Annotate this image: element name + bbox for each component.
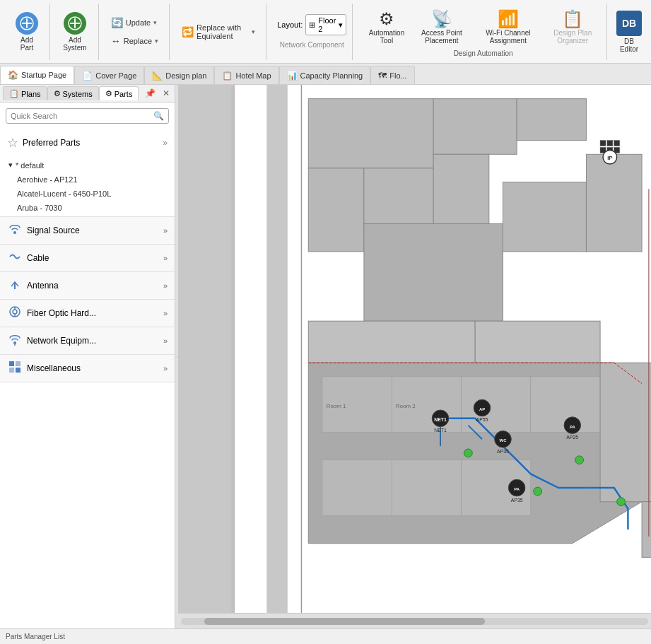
antenna-header[interactable]: Antenna » bbox=[0, 272, 175, 299]
tab-hotel-icon: 📋 bbox=[222, 71, 233, 81]
tab-floor[interactable]: 🗺 Flo... bbox=[370, 66, 414, 84]
search-icon: 🔍 bbox=[153, 111, 164, 121]
search-input[interactable] bbox=[11, 112, 153, 120]
update-label: Update bbox=[126, 18, 151, 27]
tab-cover-label: Cover Page bbox=[95, 71, 136, 80]
search-bar: 🔍 bbox=[6, 108, 169, 124]
antenna-label: Antenna bbox=[27, 281, 159, 291]
cable-section: Cable » bbox=[0, 245, 175, 272]
svg-point-60 bbox=[534, 487, 542, 496]
layout-label: Layout: bbox=[277, 21, 303, 29]
svg-point-61 bbox=[617, 498, 626, 506]
systems-label: Systems bbox=[63, 90, 93, 98]
svg-point-9 bbox=[13, 310, 17, 314]
add-part-icon bbox=[16, 12, 38, 35]
replace-equivalent-button[interactable]: 🔁 Replace with Equivalent ▾ bbox=[177, 21, 260, 43]
scrollbar-track[interactable] bbox=[181, 618, 648, 625]
replace-button[interactable]: ↔ Replace ▾ bbox=[106, 33, 163, 49]
panel-tab-parts[interactable]: ⚙ Parts bbox=[99, 86, 139, 100]
svg-point-12 bbox=[13, 341, 16, 344]
signal-source-header[interactable]: Signal Source » bbox=[0, 217, 175, 244]
svg-rect-36 bbox=[322, 460, 392, 516]
canvas-area[interactable]: NET1 NET1 AP AP55 WC AP35 PA AP25 bbox=[178, 85, 651, 628]
default-group-label: * default bbox=[16, 161, 44, 170]
preferred-parts-header[interactable]: ☆ Preferred Parts » bbox=[0, 129, 175, 156]
add-part-group: Add Part bbox=[4, 4, 50, 60]
default-item-alcatel[interactable]: Alcatel-Lucent - 6450-P10L bbox=[0, 187, 175, 201]
layout-group: Layout: ⊞ Floor 2 ▾ Network Component bbox=[271, 4, 353, 60]
tab-capacity-icon: 📊 bbox=[287, 71, 298, 81]
tab-hotel[interactable]: 📋 Hotel Map bbox=[214, 66, 278, 84]
svg-rect-15 bbox=[16, 361, 20, 366]
miscellaneous-header[interactable]: Miscellaneous » bbox=[0, 355, 175, 382]
automation-tool-label: Automation Tool bbox=[369, 29, 405, 45]
panel-tabs: 📋 Plans ⚙ Systems ⚙ Parts bbox=[3, 86, 139, 100]
miscellaneous-icon bbox=[7, 359, 23, 377]
canvas-page: NET1 NET1 AP AP55 WC AP35 PA AP25 bbox=[235, 85, 651, 613]
svg-text:WC: WC bbox=[500, 438, 508, 443]
main-toolbar: Add Part Add System 🔄 Update ▾ ↔ Replace… bbox=[0, 0, 651, 64]
svg-rect-40 bbox=[642, 502, 651, 558]
add-system-icon bbox=[64, 12, 86, 35]
panel-pin-button[interactable]: 📌 bbox=[143, 88, 158, 99]
replace-icon: ↔ bbox=[111, 35, 121, 47]
wifi-channel-label: Wi-Fi Channel Assignment bbox=[479, 29, 536, 45]
tab-capacity[interactable]: 📊 Capacity Planning bbox=[279, 66, 371, 84]
tab-startup-icon: 🏠 bbox=[8, 70, 18, 80]
wifi-channel-button[interactable]: 📶 Wi-Fi Channel Assignment bbox=[474, 6, 541, 48]
fiber-optic-expand: » bbox=[163, 309, 168, 317]
default-group-header[interactable]: ▾ * default bbox=[0, 158, 175, 172]
cable-header[interactable]: Cable » bbox=[0, 245, 175, 271]
svg-rect-39 bbox=[600, 363, 651, 502]
svg-rect-21 bbox=[433, 99, 517, 155]
preferred-parts-label: Preferred Parts bbox=[23, 138, 158, 148]
network-equip-header[interactable]: Network Equipm... » bbox=[0, 327, 175, 354]
cable-icon bbox=[7, 249, 23, 267]
antenna-icon bbox=[7, 276, 23, 295]
svg-text:NET1: NET1 bbox=[434, 417, 447, 422]
scrollbar-thumb[interactable] bbox=[204, 618, 485, 625]
fiber-optic-header[interactable]: Fiber Optic Hard... » bbox=[0, 300, 175, 327]
svg-rect-14 bbox=[9, 361, 14, 366]
layout-dropdown-arrow: ▾ bbox=[339, 21, 343, 30]
panel-tab-systems[interactable]: ⚙ Systems bbox=[47, 86, 99, 100]
svg-rect-17 bbox=[16, 368, 20, 373]
add-system-button[interactable]: Add System bbox=[57, 8, 93, 55]
update-dropdown-arrow: ▾ bbox=[153, 19, 157, 26]
access-point-button[interactable]: 📡 Access Point Placement bbox=[411, 6, 473, 48]
default-item-aruba[interactable]: Aruba - 7030 bbox=[0, 201, 175, 215]
svg-rect-24 bbox=[364, 168, 433, 224]
default-item-aerohive[interactable]: Aerohive - AP121 bbox=[0, 172, 175, 187]
panel-tab-plans[interactable]: 📋 Plans bbox=[3, 86, 47, 100]
svg-text:AP35: AP35 bbox=[497, 449, 509, 454]
add-part-button[interactable]: Add Part bbox=[10, 8, 44, 55]
svg-rect-16 bbox=[9, 368, 14, 373]
svg-text:IP: IP bbox=[607, 155, 612, 161]
fiber-optic-icon bbox=[7, 304, 23, 322]
miscellaneous-label: Miscellaneous bbox=[27, 363, 159, 373]
svg-text:NET1: NET1 bbox=[434, 428, 447, 433]
db-editor-button[interactable]: DB DB Editor bbox=[611, 7, 647, 57]
design-plan-button[interactable]: 📋 Design Plan Organizer bbox=[544, 6, 602, 48]
replace-equiv-arrow: ▾ bbox=[252, 28, 255, 35]
tab-design[interactable]: 📐 Design plan bbox=[144, 66, 214, 84]
horizontal-scrollbar[interactable] bbox=[178, 613, 651, 628]
automation-tool-button[interactable]: ⚙ Automation Tool bbox=[364, 6, 409, 48]
automation-tool-icon: ⚙ bbox=[379, 9, 394, 29]
antenna-section: Antenna » bbox=[0, 272, 175, 300]
panel-close-button[interactable]: ✕ bbox=[160, 88, 172, 99]
parts-list: ☆ Preferred Parts » ▾ * default Aerohive… bbox=[0, 129, 175, 628]
layout-selector[interactable]: ⊞ Floor 2 ▾ bbox=[305, 14, 346, 35]
update-button[interactable]: 🔄 Update ▾ bbox=[106, 14, 163, 31]
design-automation-group: ⚙ Automation Tool 📡 Access Point Placeme… bbox=[360, 4, 607, 60]
default-group: ▾ * default Aerohive - AP121 Alcatel-Luc… bbox=[0, 156, 175, 216]
tab-startup[interactable]: 🏠 Startup Page bbox=[0, 66, 74, 84]
svg-rect-28 bbox=[586, 154, 642, 252]
design-automation-btns: ⚙ Automation Tool 📡 Access Point Placeme… bbox=[364, 6, 602, 48]
replace-equivalent-label: Replace with Equivalent bbox=[197, 23, 249, 40]
tab-cover[interactable]: 📄 Cover Page bbox=[74, 66, 144, 84]
svg-rect-37 bbox=[392, 460, 461, 516]
add-part-label: Add Part bbox=[15, 36, 39, 52]
svg-text:AP55: AP55 bbox=[476, 417, 488, 422]
main-content: 📋 Plans ⚙ Systems ⚙ Parts 📌 ✕ 🔍 bbox=[0, 85, 651, 628]
